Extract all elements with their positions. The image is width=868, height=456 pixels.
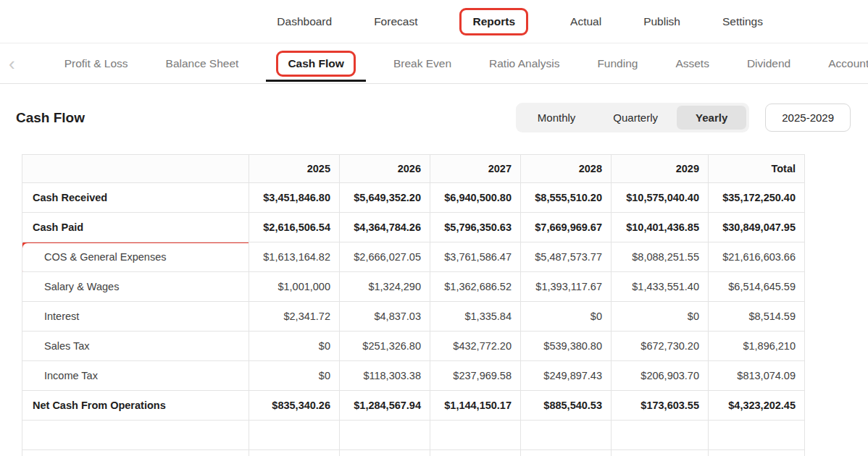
column-header: 2027 [430, 155, 521, 183]
cell-value: $237,969.58 [430, 361, 521, 391]
period-toggle: MonthlyQuarterlyYearly [516, 103, 749, 132]
cell-value: $8,555,510.20 [521, 183, 612, 213]
table-row [22, 450, 805, 456]
cell-value: $4,323,202.45 [709, 391, 805, 421]
row-label: Income Tax [22, 361, 249, 391]
table-row: COS & General Expenses$1,613,164.82$2,66… [22, 242, 805, 272]
cell-value [521, 450, 612, 456]
cell-value: $1,613,164.82 [249, 242, 340, 272]
cell-value: $835,340.26 [249, 391, 340, 421]
table-row: Net Cash From Operations$835,340.26$1,28… [22, 391, 805, 421]
cell-value: $0 [521, 302, 612, 332]
cell-value: $206,903.70 [612, 361, 709, 391]
page-title: Cash Flow [16, 110, 85, 126]
nav-item-reports[interactable]: Reports [459, 8, 528, 35]
header-controls: MonthlyQuarterlyYearly 2025-2029 [516, 103, 851, 132]
period-option-monthly[interactable]: Monthly [519, 106, 595, 130]
cell-value: $7,669,969.67 [521, 213, 612, 242]
table-body: Cash Received$3,451,846.80$5,649,352.20$… [22, 183, 805, 456]
row-label: Cash Paid [22, 213, 249, 242]
cell-value [709, 450, 805, 456]
tab-break-even[interactable]: Break Even [393, 57, 451, 70]
row-label [22, 450, 249, 456]
scroll-left-icon[interactable]: ‹ [9, 54, 15, 73]
cash-flow-table: 20252026202720282029Total Cash Received$… [22, 154, 805, 456]
cash-flow-table-wrap: 20252026202720282029Total Cash Received$… [0, 147, 868, 456]
cell-value: $2,341.72 [249, 302, 340, 332]
cell-value: $0 [249, 332, 340, 361]
cell-value: $1,335.84 [430, 302, 521, 332]
cell-value: $5,487,573.77 [521, 242, 612, 272]
cell-value: $1,284,567.94 [340, 391, 430, 421]
nav-item-settings[interactable]: Settings [722, 15, 763, 28]
cell-value: $2,616,506.54 [249, 213, 340, 242]
cell-value: $5,649,352.20 [340, 183, 430, 213]
cell-value [430, 421, 521, 450]
nav-item-forecast[interactable]: Forecast [374, 15, 417, 28]
tab-funding[interactable]: Funding [597, 57, 638, 70]
cell-value [340, 450, 430, 456]
cell-value: $35,172,250.40 [709, 183, 805, 213]
cell-value [612, 450, 709, 456]
period-option-yearly[interactable]: Yearly [677, 106, 746, 130]
row-label: COS & General Expenses [22, 242, 249, 272]
nav-item-actual[interactable]: Actual [570, 15, 601, 28]
date-range-button[interactable]: 2025-2029 [765, 104, 851, 132]
cell-value: $3,761,586.47 [430, 242, 521, 272]
row-label: Salary & Wages [22, 272, 249, 302]
cell-value: $0 [249, 361, 340, 391]
table-row: Income Tax$0$118,303.38$237,969.58$249,8… [22, 361, 805, 391]
table-row [22, 421, 805, 450]
tab-ratio-analysis[interactable]: Ratio Analysis [489, 57, 559, 70]
cell-value: $1,324,290 [340, 272, 430, 302]
cell-value: $432,772.20 [430, 332, 521, 361]
cell-value [709, 421, 805, 450]
row-label: Interest [22, 302, 249, 332]
cell-value: $672,730.20 [612, 332, 709, 361]
cell-value: $251,326.80 [340, 332, 430, 361]
row-label: Sales Tax [22, 332, 249, 361]
row-label: Net Cash From Operations [22, 391, 249, 421]
cell-value: $8,514.59 [709, 302, 805, 332]
column-header: 2026 [340, 155, 430, 183]
report-tab-bar: ‹ Profit & LossBalance SheetCash FlowBre… [0, 43, 868, 84]
cell-value: $1,896,210 [709, 332, 805, 361]
row-label [22, 421, 249, 450]
column-header: 2025 [249, 155, 340, 183]
cell-value: $1,001,000 [249, 272, 340, 302]
page-header: Cash Flow MonthlyQuarterlyYearly 2025-20… [0, 84, 868, 147]
column-header: 2028 [521, 155, 612, 183]
cell-value [612, 421, 709, 450]
period-option-quarterly[interactable]: Quarterly [594, 106, 677, 130]
cell-value: $173,603.55 [612, 391, 709, 421]
row-label: Cash Received [22, 183, 249, 213]
cell-value: $1,393,117.67 [521, 272, 612, 302]
cell-value: $1,144,150.17 [430, 391, 521, 421]
cell-value: $10,401,436.85 [612, 213, 709, 242]
tab-cash-flow[interactable]: Cash Flow [276, 51, 356, 77]
column-header: Total [709, 155, 805, 183]
cell-value: $0 [612, 302, 709, 332]
cell-value: $5,796,350.63 [430, 213, 521, 242]
tab-balance-sheet[interactable]: Balance Sheet [166, 57, 239, 70]
cell-value: $10,575,040.40 [612, 183, 709, 213]
cell-value: $6,514,645.59 [709, 272, 805, 302]
nav-item-dashboard[interactable]: Dashboard [277, 15, 332, 28]
cell-value: $6,940,500.80 [430, 183, 521, 213]
cell-value: $2,666,027.05 [340, 242, 430, 272]
cell-value: $21,616,603.66 [709, 242, 805, 272]
tab-profit-loss[interactable]: Profit & Loss [64, 57, 128, 70]
column-header [22, 155, 249, 183]
cell-value [340, 421, 430, 450]
table-row: Cash Received$3,451,846.80$5,649,352.20$… [22, 183, 805, 213]
tab-assets[interactable]: Assets [675, 57, 709, 70]
cell-value [430, 450, 521, 456]
tab-accounts[interactable]: Accounts [828, 57, 868, 70]
tab-dividend[interactable]: Dividend [747, 57, 790, 70]
column-header: 2029 [612, 155, 709, 183]
cell-value: $118,303.38 [340, 361, 430, 391]
nav-item-publish[interactable]: Publish [643, 15, 680, 28]
table-row: Cash Paid$2,616,506.54$4,364,784.26$5,79… [22, 213, 805, 242]
cell-value: $813,074.09 [709, 361, 805, 391]
cell-value [249, 450, 340, 456]
